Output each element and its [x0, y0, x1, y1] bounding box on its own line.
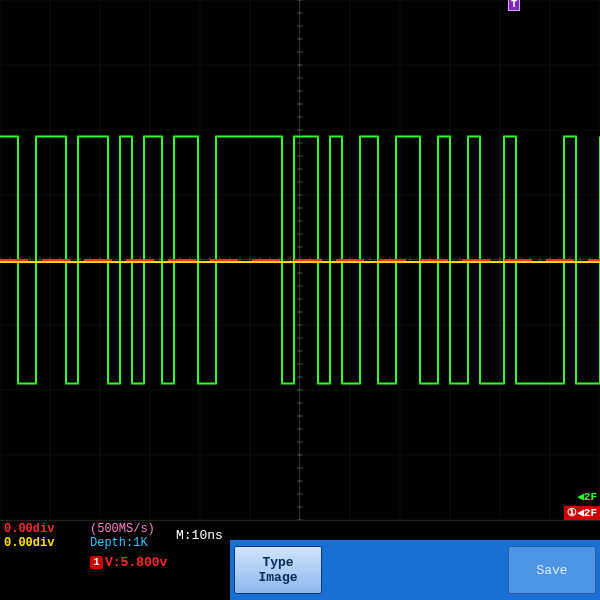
ch1-vdiv-readout: 0.00div [4, 522, 84, 536]
save-button-label: Save [536, 563, 567, 578]
cursor-voltage-readout: 1V:5.800v [90, 555, 167, 570]
type-button-value: Image [258, 570, 297, 585]
memory-depth-readout: Depth:1K [90, 536, 170, 550]
sample-rate-readout: (500MS/s) [90, 522, 170, 536]
type-button-label: Type [262, 555, 293, 570]
trigger-level-indicator-2: ◀2F [574, 490, 600, 504]
type-button[interactable]: Type Image [234, 546, 322, 594]
waveform-canvas [0, 0, 600, 520]
trigger-level-indicator-1: ①◀2F [564, 506, 600, 520]
ch2-vdiv-readout: 0.00div [4, 536, 84, 550]
channel-badge-icon: 1 [90, 556, 103, 569]
save-button[interactable]: Save [508, 546, 596, 594]
softkey-menu: Type Image Save [230, 540, 600, 600]
oscilloscope-plot: T [0, 0, 600, 520]
